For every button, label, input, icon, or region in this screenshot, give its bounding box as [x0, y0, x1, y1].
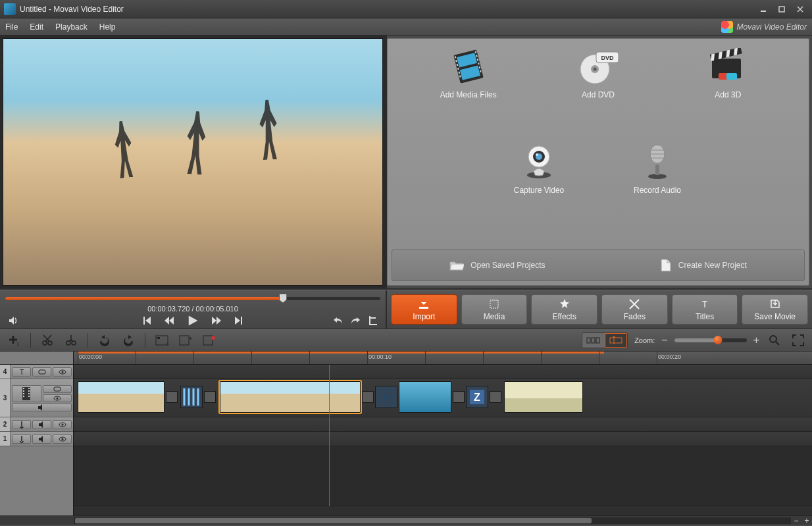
menu-help[interactable]: Help	[99, 22, 116, 32]
svg-rect-66	[28, 388, 30, 389]
mute-icon[interactable]	[32, 420, 51, 429]
transition-burst[interactable]	[375, 386, 397, 408]
svg-rect-70	[54, 387, 61, 391]
create-new-project-button[interactable]: Create New Project	[660, 259, 747, 272]
track-header-1[interactable]: 1	[0, 432, 73, 446]
title-bar: Untitled - Movavi Video Editor	[0, 0, 812, 18]
undo-button[interactable]	[333, 315, 343, 326]
go-start-button[interactable]	[141, 315, 152, 326]
tab-titles[interactable]: T Titles	[672, 294, 738, 325]
menu-file[interactable]: File	[5, 22, 18, 32]
timeline-view-icon[interactable]	[605, 333, 627, 348]
visibility-icon[interactable]	[53, 434, 72, 444]
svg-rect-69	[28, 396, 30, 397]
svg-line-88	[390, 390, 393, 393]
clip-3[interactable]: Swimming.jpg (0:...	[399, 381, 451, 413]
clip-record-button[interactable]	[201, 332, 218, 349]
scrub-bar[interactable]	[5, 293, 380, 303]
cut-button[interactable]	[39, 332, 56, 349]
fullscreen-button[interactable]	[790, 332, 807, 349]
step-forward-button[interactable]	[211, 315, 222, 326]
svg-point-56	[770, 336, 776, 342]
play-button[interactable]	[186, 314, 199, 327]
svg-rect-68	[28, 393, 30, 394]
crop-button[interactable]	[367, 315, 378, 326]
clip-export-button[interactable]	[177, 332, 194, 349]
transition-handle[interactable]	[204, 391, 216, 403]
mute-icon[interactable]	[32, 434, 51, 444]
volume-button[interactable]	[8, 315, 18, 326]
svg-rect-52	[587, 338, 590, 343]
timecode: 00:00:03.720 / 00:00:05.010	[0, 305, 386, 313]
minimize-button[interactable]	[755, 3, 771, 15]
tab-media-label: Media	[484, 312, 505, 321]
capture-video-button[interactable]: Capture Video	[480, 144, 598, 239]
playhead[interactable]	[329, 365, 330, 506]
transition-handle[interactable]	[490, 391, 501, 403]
redo-button[interactable]	[350, 315, 361, 326]
svg-point-34	[536, 153, 538, 156]
add-track-button[interactable]	[5, 332, 22, 349]
rotate-left-button[interactable]	[96, 332, 113, 349]
go-end-button[interactable]	[234, 315, 244, 326]
time-ruler[interactable]: 00:00:00 00:00:10 00:00:20	[74, 352, 812, 364]
tab-media[interactable]: Media	[461, 294, 528, 325]
add-3d-button[interactable]: Add 3D	[663, 48, 793, 144]
window-title: Untitled - Movavi Video Editor	[20, 5, 755, 14]
svg-rect-29	[726, 73, 737, 80]
zoom-fit-button[interactable]	[766, 332, 783, 349]
transition-handle[interactable]	[362, 391, 374, 403]
tab-fades[interactable]: Fades	[601, 294, 668, 325]
svg-line-86	[380, 390, 382, 393]
track-lanes[interactable]: 1.mp4 (0:00:03) Summer.mp4 (0:00:05)	[74, 365, 812, 515]
add-media-files-button[interactable]: Add Media Files	[403, 48, 533, 144]
timeline-collapse-button[interactable]: −	[791, 516, 801, 525]
track-header-4[interactable]: 4 T	[0, 365, 73, 379]
svg-rect-1	[779, 7, 784, 12]
storyboard-view-icon[interactable]	[582, 333, 605, 348]
svg-point-72	[56, 397, 58, 399]
split-button[interactable]	[63, 332, 80, 349]
add-dvd-button[interactable]: DVD Add DVD	[533, 48, 663, 144]
clip-1[interactable]: 1.mp4 (0:00:03)	[78, 381, 165, 413]
maximize-button[interactable]	[774, 3, 790, 15]
transition-handle[interactable]	[166, 391, 178, 403]
timeline-view-switch[interactable]	[582, 332, 628, 348]
webcam-icon	[516, 144, 562, 180]
transition-stripes[interactable]	[180, 386, 203, 408]
clip-2[interactable]: Summer.mp4 (0:00:05)	[220, 381, 361, 413]
close-button[interactable]	[792, 3, 808, 15]
menu-edit[interactable]: Edit	[30, 22, 43, 32]
tab-effects[interactable]: Effects	[531, 294, 597, 325]
create-new-project-label: Create New Project	[678, 261, 747, 270]
visibility-icon[interactable]	[53, 367, 72, 377]
menu-playback[interactable]: Playback	[55, 22, 88, 32]
link-icon[interactable]	[43, 385, 72, 393]
timeline-expand-button[interactable]: +	[801, 516, 812, 525]
preview-canvas[interactable]	[3, 38, 383, 286]
clip-properties-button[interactable]	[153, 332, 170, 349]
visibility-icon[interactable]	[43, 394, 72, 402]
open-saved-projects-button[interactable]: Open Saved Projects	[449, 259, 545, 271]
rotate-right-button[interactable]	[120, 332, 137, 349]
mute-icon[interactable]	[12, 404, 72, 411]
tab-save-movie[interactable]: Save Movie	[742, 294, 808, 325]
record-audio-button[interactable]: Record Audio	[598, 144, 717, 239]
transition-zoom[interactable]: Z	[466, 386, 488, 408]
zoom-slider[interactable]	[674, 338, 747, 342]
step-back-button[interactable]	[164, 315, 174, 326]
visibility-icon[interactable]	[53, 420, 72, 429]
svg-line-89	[380, 401, 382, 404]
preview-pane	[0, 36, 387, 288]
link-icon[interactable]	[32, 367, 51, 377]
transition-handle[interactable]	[453, 391, 465, 403]
svg-point-19	[593, 68, 596, 71]
clip-4[interactable]: Water.jpg (0:00:03)	[504, 381, 583, 413]
svg-text:T: T	[19, 368, 24, 376]
timeline-scrollbar[interactable]: − +	[0, 515, 812, 525]
tab-import[interactable]: Import	[391, 294, 457, 325]
track-header-2[interactable]: 2	[0, 417, 73, 432]
track-header-3[interactable]: 3	[0, 379, 73, 417]
tab-import-label: Import	[413, 312, 435, 321]
filmstrip-icon	[445, 48, 492, 85]
